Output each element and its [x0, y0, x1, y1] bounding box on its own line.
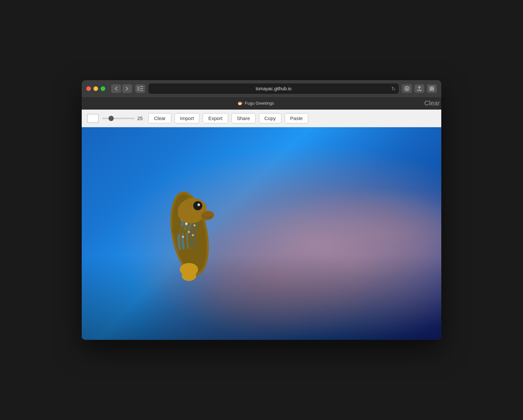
forward-button[interactable] — [122, 84, 132, 93]
import-button[interactable]: Import — [175, 113, 200, 123]
svg-rect-3 — [140, 90, 143, 91]
svg-rect-2 — [140, 88, 143, 89]
svg-point-18 — [182, 236, 184, 238]
color-picker[interactable] — [87, 114, 99, 123]
address-bar[interactable] — [148, 83, 399, 94]
copy-button[interactable]: Copy — [259, 113, 281, 123]
size-slider[interactable] — [102, 118, 135, 119]
svg-rect-0 — [137, 86, 139, 91]
svg-point-25 — [182, 271, 196, 281]
download-button[interactable] — [402, 84, 412, 93]
svg-rect-5 — [430, 87, 431, 88]
fish-illustration — [144, 168, 235, 299]
share-button[interactable] — [414, 84, 424, 93]
new-tab-button[interactable]: Clear — [428, 99, 437, 108]
browser-actions — [402, 84, 437, 93]
tab-title: Fugu Greetings — [245, 101, 274, 106]
svg-rect-8 — [432, 89, 434, 91]
svg-point-16 — [188, 231, 190, 233]
maximize-button[interactable] — [101, 86, 105, 91]
tab-bar: 🐡 Fugu Greetings Clear — [82, 97, 441, 110]
dark-bottom — [82, 127, 441, 340]
title-bar: ↻ — [82, 80, 441, 97]
svg-rect-7 — [430, 89, 431, 91]
nav-buttons — [111, 84, 132, 93]
app-toolbar: 25 Clear Import Export Share Copy Paste — [82, 110, 441, 127]
svg-point-12 — [185, 222, 188, 225]
svg-point-17 — [192, 234, 194, 236]
active-tab[interactable]: 🐡 Fugu Greetings — [86, 101, 425, 106]
minimize-button[interactable] — [93, 86, 98, 91]
back-button[interactable] — [111, 84, 121, 93]
sidebar-toggle-button[interactable] — [135, 84, 145, 93]
svg-rect-1 — [140, 86, 143, 87]
svg-point-15 — [194, 224, 195, 226]
new-tab-overview-button[interactable] — [427, 84, 437, 93]
svg-rect-6 — [432, 87, 434, 88]
svg-point-22 — [197, 203, 200, 206]
paste-button[interactable]: Paste — [285, 113, 308, 123]
clear-button[interactable]: Clear — [148, 113, 171, 123]
browser-window: ↻ — [82, 80, 441, 340]
size-controls: 25 — [102, 115, 145, 121]
close-button[interactable] — [86, 86, 91, 91]
share-app-button[interactable]: Share — [231, 113, 256, 123]
reload-button[interactable]: ↻ — [391, 86, 396, 92]
export-button[interactable]: Export — [203, 113, 228, 123]
canvas-area[interactable] — [82, 127, 441, 340]
tab-favicon: 🐡 — [237, 101, 243, 106]
traffic-lights — [86, 86, 105, 91]
size-value: 25 — [137, 115, 145, 121]
svg-point-21 — [194, 202, 202, 210]
address-container: ↻ — [148, 83, 399, 94]
